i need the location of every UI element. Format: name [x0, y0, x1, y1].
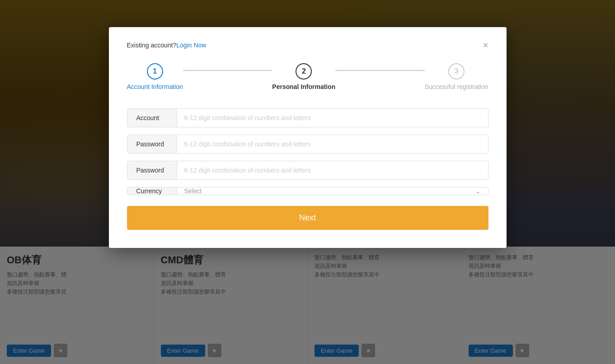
registration-modal: Existing account?Login Now × 1 Account I…	[109, 27, 507, 248]
currency-label: Currency	[127, 187, 177, 195]
step-2-circle: 2	[296, 63, 312, 79]
confirm-password-label: Password	[127, 161, 177, 179]
modal-header: Existing account?Login Now ×	[127, 41, 488, 50]
login-now-link[interactable]: Login Now	[176, 42, 206, 49]
account-field-group: Account	[127, 108, 488, 127]
currency-select[interactable]: Select ⌄	[177, 187, 488, 195]
password-field-group: Password	[127, 135, 488, 154]
modal-overlay: Existing account?Login Now × 1 Account I…	[0, 0, 615, 364]
step-1: 1 Account Information	[127, 63, 183, 90]
confirm-password-input[interactable]	[177, 161, 488, 179]
step-3: 3 Successful registration	[425, 63, 488, 90]
step-1-circle: 1	[147, 63, 163, 79]
registration-stepper: 1 Account Information 2 Personal Informa…	[127, 63, 488, 90]
step-3-label: Successful registration	[425, 83, 488, 90]
step-2: 2 Personal Information	[272, 63, 335, 90]
account-label: Account	[127, 109, 177, 127]
currency-select-text: Select	[184, 187, 475, 195]
step-connector-2	[335, 70, 424, 71]
confirm-password-field-group: Password	[127, 161, 488, 180]
chevron-down-icon: ⌄	[475, 187, 481, 195]
password-input[interactable]	[177, 135, 488, 153]
existing-account-text: Existing account?Login Now	[127, 42, 207, 49]
account-input[interactable]	[177, 109, 488, 127]
modal-close-button[interactable]: ×	[483, 41, 488, 50]
step-1-label: Account Information	[127, 83, 183, 90]
step-2-label: Personal Information	[272, 83, 335, 90]
next-button[interactable]: Next	[127, 206, 488, 230]
password-label: Password	[127, 135, 177, 153]
step-connector-1	[183, 70, 272, 71]
step-3-circle: 3	[448, 63, 465, 79]
registration-form: Account Password Password Currency	[127, 108, 488, 230]
currency-field-group: Currency Select ⌄	[127, 187, 488, 195]
